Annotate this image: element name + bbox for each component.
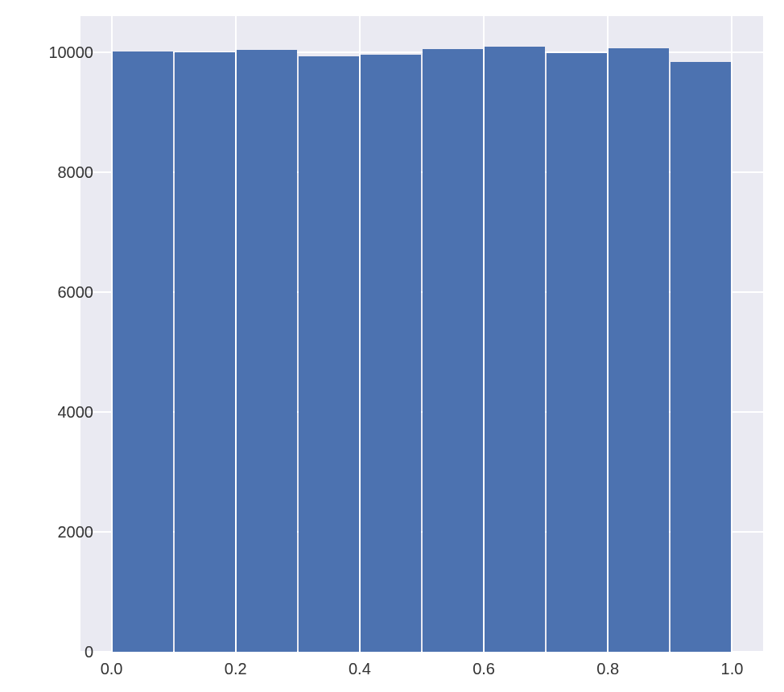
histogram-bar	[671, 62, 731, 652]
y-tick-label: 2000	[29, 522, 93, 541]
histogram-bar	[609, 48, 669, 652]
x-tick-label: 0.0	[88, 660, 136, 678]
y-tick-label: 4000	[29, 402, 93, 421]
chart-plot-area	[80, 16, 763, 652]
grid-line-vertical	[731, 16, 732, 652]
histogram-bar	[485, 47, 545, 652]
x-tick-label: 0.6	[460, 660, 508, 678]
y-tick-label: 0	[29, 643, 93, 661]
histogram-bar	[299, 56, 359, 652]
histogram-bar	[237, 50, 297, 652]
y-tick-label: 6000	[29, 282, 93, 301]
x-tick-label: 0.4	[336, 660, 384, 678]
plot-area	[80, 16, 763, 652]
histogram-bar	[423, 49, 483, 652]
y-tick-label: 8000	[29, 163, 93, 181]
histogram-bar	[175, 52, 235, 652]
x-tick-label: 0.2	[212, 660, 260, 678]
x-tick-label: 1.0	[708, 660, 756, 678]
y-tick-label: 10000	[29, 43, 93, 61]
histogram-bar	[361, 55, 421, 652]
histogram-bar	[547, 53, 607, 652]
x-tick-label: 0.8	[584, 660, 632, 678]
histogram-bar	[113, 51, 173, 652]
